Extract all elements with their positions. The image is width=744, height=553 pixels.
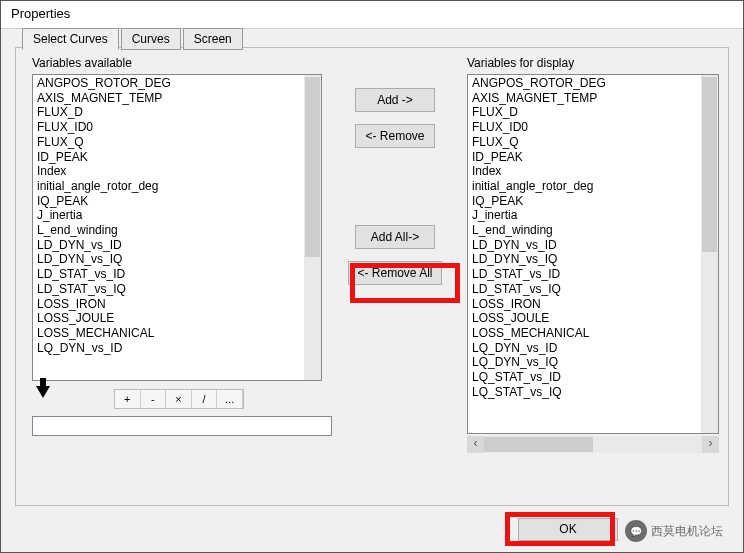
display-listbox[interactable]: ANGPOS_ROTOR_DEG AXIS_MAGNET_TEMP FLUX_D… [467, 74, 719, 434]
available-label: Variables available [32, 56, 132, 70]
list-item[interactable]: LD_DYN_vs_ID [472, 238, 701, 253]
list-item[interactable]: Index [37, 164, 304, 179]
list-item[interactable]: IQ_PEAK [37, 194, 304, 209]
list-item[interactable]: J_inertia [37, 208, 304, 223]
list-item[interactable]: LOSS_MECHANICAL [472, 326, 701, 341]
list-item[interactable]: FLUX_Q [472, 135, 701, 150]
list-item[interactable]: FLUX_D [472, 105, 701, 120]
add-all-button[interactable]: Add All-> [355, 225, 435, 249]
add-button[interactable]: Add -> [355, 88, 435, 112]
list-item[interactable]: FLUX_ID0 [37, 120, 304, 135]
list-item[interactable]: LD_DYN_vs_IQ [37, 252, 304, 267]
remove-button[interactable]: <- Remove [355, 124, 435, 148]
list-item[interactable]: LD_STAT_vs_ID [472, 267, 701, 282]
list-item[interactable]: LOSS_MECHANICAL [37, 326, 304, 341]
tab-curves[interactable]: Curves [121, 28, 181, 50]
display-hscrollbar[interactable]: ‹ › [467, 436, 719, 453]
op-times[interactable]: × [166, 390, 192, 408]
chevron-left-icon[interactable]: ‹ [467, 436, 484, 453]
list-item[interactable]: L_end_winding [37, 223, 304, 238]
list-item[interactable]: IQ_PEAK [472, 194, 701, 209]
list-item[interactable]: LD_STAT_vs_IQ [472, 282, 701, 297]
list-item[interactable]: J_inertia [472, 208, 701, 223]
list-item[interactable]: Index [472, 164, 701, 179]
list-item[interactable]: LD_DYN_vs_IQ [472, 252, 701, 267]
op-divide[interactable]: / [192, 390, 218, 408]
list-item[interactable]: LOSS_IRON [472, 297, 701, 312]
list-item[interactable]: ANGPOS_ROTOR_DEG [37, 76, 304, 91]
arrow-down-icon [36, 386, 50, 398]
list-item[interactable]: LD_DYN_vs_ID [37, 238, 304, 253]
list-item[interactable]: LQ_STAT_vs_IQ [472, 385, 701, 400]
display-label: Variables for display [467, 56, 574, 70]
list-item[interactable]: AXIS_MAGNET_TEMP [37, 91, 304, 106]
list-item[interactable]: initial_angle_rotor_deg [472, 179, 701, 194]
list-item[interactable]: LOSS_IRON [37, 297, 304, 312]
watermark-text: 西莫电机论坛 [651, 523, 723, 540]
expression-input[interactable] [32, 416, 332, 436]
op-minus[interactable]: - [141, 390, 167, 408]
list-item[interactable]: LD_STAT_vs_ID [37, 267, 304, 282]
list-item[interactable]: L_end_winding [472, 223, 701, 238]
list-item[interactable]: LD_STAT_vs_IQ [37, 282, 304, 297]
list-item[interactable]: LOSS_JOULE [37, 311, 304, 326]
ok-button[interactable]: OK [518, 518, 618, 541]
display-scrollbar[interactable] [701, 75, 718, 433]
available-scrollbar[interactable] [304, 75, 321, 380]
tab-screen[interactable]: Screen [183, 28, 243, 50]
list-item[interactable]: LQ_DYN_vs_ID [472, 341, 701, 356]
watermark: 💬 西莫电机论坛 [625, 520, 723, 542]
tab-select-curves[interactable]: Select Curves [22, 28, 119, 50]
list-item[interactable]: LOSS_JOULE [472, 311, 701, 326]
main-panel: Select Curves Curves Screen Variables av… [15, 47, 729, 506]
list-item[interactable]: ID_PEAK [472, 150, 701, 165]
list-item[interactable]: ANGPOS_ROTOR_DEG [472, 76, 701, 91]
wechat-icon: 💬 [625, 520, 647, 542]
scrollbar-thumb[interactable] [702, 77, 717, 252]
list-item[interactable]: LQ_DYN_vs_ID [37, 341, 304, 356]
op-more[interactable]: ... [217, 390, 243, 408]
list-item[interactable]: ID_PEAK [37, 150, 304, 165]
list-item[interactable]: AXIS_MAGNET_TEMP [472, 91, 701, 106]
scrollbar-thumb[interactable] [484, 437, 593, 452]
available-listbox[interactable]: ANGPOS_ROTOR_DEG AXIS_MAGNET_TEMP FLUX_D… [32, 74, 322, 381]
remove-all-button[interactable]: <- Remove All [348, 261, 442, 285]
list-item[interactable]: initial_angle_rotor_deg [37, 179, 304, 194]
list-item[interactable]: LQ_DYN_vs_IQ [472, 355, 701, 370]
operator-toolbar[interactable]: + - × / ... [114, 389, 244, 409]
list-item[interactable]: FLUX_Q [37, 135, 304, 150]
op-plus[interactable]: + [115, 390, 141, 408]
list-item[interactable]: LQ_STAT_vs_ID [472, 370, 701, 385]
window-title: Properties [1, 1, 743, 29]
scrollbar-thumb[interactable] [305, 77, 320, 257]
chevron-right-icon[interactable]: › [702, 436, 719, 453]
list-item[interactable]: FLUX_D [37, 105, 304, 120]
list-item[interactable]: FLUX_ID0 [472, 120, 701, 135]
